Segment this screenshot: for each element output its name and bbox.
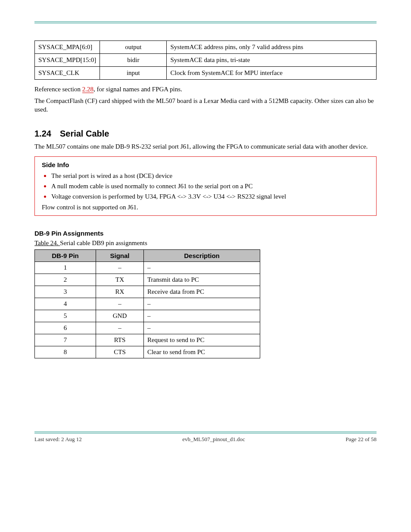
pin-cell: 8 bbox=[35, 346, 96, 358]
reference-prefix: Reference section bbox=[34, 86, 82, 93]
signal-dir-cell: input bbox=[100, 67, 167, 80]
reference-line: Reference section 2.28, for signal names… bbox=[34, 86, 377, 93]
pin-cell: 5 bbox=[35, 310, 96, 322]
signal-cell: GND bbox=[96, 310, 144, 322]
table-row: 7 RTS Request to send to PC bbox=[35, 334, 260, 346]
list-item: The serial port is wired as a host (DCE)… bbox=[51, 170, 369, 180]
cf-card-paragraph: The CompactFlash (CF) card shipped with … bbox=[34, 96, 377, 114]
desc-cell: Transmit data to PC bbox=[143, 274, 260, 286]
table-row: SYSACE_MPD[15:0] bidir SystemACE data pi… bbox=[35, 54, 377, 67]
table-row: 4 – – bbox=[35, 298, 260, 310]
pin-cell: 6 bbox=[35, 322, 96, 334]
desc-cell: – bbox=[143, 310, 260, 322]
pin-cell: 1 bbox=[35, 261, 96, 274]
table-row: SYSACE_MPA[6:0] output SystemACE address… bbox=[35, 41, 377, 54]
table-row: 5 GND – bbox=[35, 310, 260, 322]
desc-cell: – bbox=[143, 322, 260, 334]
table-row: 6 – – bbox=[35, 322, 260, 334]
page-footer: Last saved: 2 Aug 12 evb_ML507_pinout_d1… bbox=[34, 433, 377, 443]
desc-cell: Clear to send from PC bbox=[143, 346, 260, 358]
section-cross-ref-link[interactable]: 2.28 bbox=[82, 86, 93, 93]
side-info-list: The serial port is wired as a host (DCE)… bbox=[42, 170, 369, 201]
desc-cell: – bbox=[143, 261, 260, 274]
table-row: 1 – – bbox=[35, 261, 260, 274]
db9-subheading: DB-9 Pin Assignments bbox=[34, 230, 377, 237]
signal-desc-cell: SystemACE address pins, only 7 valid add… bbox=[167, 41, 377, 54]
pin-cell: 7 bbox=[35, 334, 96, 346]
section-heading-serial-cable: 1.24 Serial Cable bbox=[34, 129, 377, 139]
side-info-box: Side Info The serial port is wired as a … bbox=[34, 156, 377, 216]
table-number-label: Table 24. bbox=[34, 240, 60, 246]
pin-cell: 2 bbox=[35, 274, 96, 286]
signal-cell: RX bbox=[96, 286, 144, 298]
signal-name-cell: SYSACE_CLK bbox=[35, 67, 100, 80]
footer-right: Page 22 of 58 bbox=[346, 436, 377, 443]
side-info-closing: Flow control is not supported on J61. bbox=[42, 204, 369, 211]
footer-left: Last saved: 2 Aug 12 bbox=[34, 436, 82, 443]
db9-pin-table: DB-9 Pin Signal Description 1 – – 2 TX T… bbox=[34, 249, 260, 358]
desc-cell: Request to send to PC bbox=[143, 334, 260, 346]
signal-cell: CTS bbox=[96, 346, 144, 358]
desc-cell: Receive data from PC bbox=[143, 286, 260, 298]
col-header-description: Description bbox=[143, 249, 260, 261]
table-row: SYSACE_CLK input Clock from SystemACE fo… bbox=[35, 67, 377, 80]
pin-cell: 3 bbox=[35, 286, 96, 298]
table-row: 3 RX Receive data from PC bbox=[35, 286, 260, 298]
signal-cell: – bbox=[96, 261, 144, 274]
table-row: 8 CTS Clear to send from PC bbox=[35, 346, 260, 358]
table-caption-text: Serial cable DB9 pin assignments bbox=[60, 240, 147, 246]
col-header-pin: DB-9 Pin bbox=[35, 249, 96, 261]
signal-dir-cell: output bbox=[100, 41, 167, 54]
desc-cell: – bbox=[143, 298, 260, 310]
footer-center: evb_ML507_pinout_d1.doc bbox=[182, 436, 245, 443]
reference-suffix: , for signal names and FPGA pins. bbox=[93, 86, 182, 93]
col-header-signal: Signal bbox=[96, 249, 144, 261]
signal-desc-cell: Clock from SystemACE for MPU interface bbox=[167, 67, 377, 80]
side-info-label: Side Info bbox=[42, 161, 369, 168]
list-item: Voltage conversion is performed by U34, … bbox=[51, 191, 369, 201]
signal-cell: RTS bbox=[96, 334, 144, 346]
signal-cell: TX bbox=[96, 274, 144, 286]
table-caption: Table 24. Serial cable DB9 pin assignmen… bbox=[34, 240, 377, 247]
list-item: A null modem cable is used normally to c… bbox=[51, 180, 369, 191]
pin-cell: 4 bbox=[35, 298, 96, 310]
table-header-row: DB-9 Pin Signal Description bbox=[35, 249, 260, 261]
signal-cell: – bbox=[96, 322, 144, 334]
header-rule bbox=[34, 22, 377, 23]
signal-name-cell: SYSACE_MPA[6:0] bbox=[35, 41, 100, 54]
signal-cell: – bbox=[96, 298, 144, 310]
section-lead-paragraph: The ML507 contains one male DB-9 RS-232 … bbox=[34, 143, 377, 150]
sysace-signal-table: SYSACE_MPA[6:0] output SystemACE address… bbox=[34, 40, 377, 80]
table-row: 2 TX Transmit data to PC bbox=[35, 274, 260, 286]
signal-dir-cell: bidir bbox=[100, 54, 167, 67]
signal-name-cell: SYSACE_MPD[15:0] bbox=[35, 54, 100, 67]
signal-desc-cell: SystemACE data pins, tri-state bbox=[167, 54, 377, 67]
